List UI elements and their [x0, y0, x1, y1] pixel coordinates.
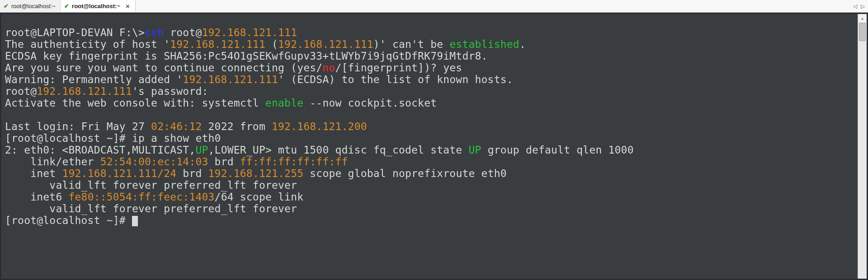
no-word: no [322, 62, 335, 74]
tab-label: root@localhost:~ [72, 3, 120, 9]
valid-lft-line: valid_lft forever preferred_lft forever [5, 203, 297, 215]
inet-line: inet [5, 168, 62, 179]
enable-word: enable [265, 97, 303, 109]
inet6-line: inet6 [5, 191, 68, 203]
check-icon: ✔ [64, 3, 69, 9]
terminal-window: root@LAPTOP-DEVAN F:\>ssh root@192.168.1… [0, 13, 868, 280]
next-tab-button[interactable]: ▷ [859, 3, 866, 9]
auth-line: The authenticity of host ' [5, 38, 170, 50]
auth-ip: 192.168.121.111 [170, 38, 265, 50]
activate-line: Activate the web console with: systemctl [5, 97, 265, 109]
password-line: root@ [5, 85, 37, 97]
terminal-output[interactable]: root@LAPTOP-DEVAN F:\>ssh root@192.168.1… [1, 14, 858, 279]
prompt-remote: [root@localhost ~]# ip a show eth0 [5, 132, 221, 144]
prompt-local: root@LAPTOP-DEVAN F:\> [5, 27, 145, 38]
close-icon[interactable]: × [125, 3, 131, 9]
ssh-target-ip: 192.168.121.111 [202, 27, 297, 38]
warning-line: Warning: Permanently added ' [5, 74, 183, 85]
cursor-block [132, 216, 138, 226]
valid-lft-line: valid_lft forever preferred_lft forever [5, 179, 297, 191]
ssh-command: ssh [145, 27, 164, 38]
check-icon: ✔ [4, 3, 9, 9]
tab-bar: ✔ root@localhost:~ ✔ root@localhost:~ × … [0, 0, 868, 13]
link-line: link/ether [5, 156, 100, 168]
prev-tab-button[interactable]: ◁ [852, 3, 859, 9]
scroll-thumb[interactable] [859, 23, 866, 41]
last-login-line: Last login: Fri May 27 [5, 121, 151, 132]
established-word: established [449, 38, 519, 50]
confirm-line: Are you sure you want to continue connec… [5, 62, 322, 74]
tab-nav-arrows: ◁ ▷ [852, 0, 866, 12]
iface-line: 2: eth0: <BROADCAST,MULTICAST, [5, 144, 195, 156]
tab-inactive[interactable]: ✔ root@localhost:~ [0, 0, 61, 12]
ssh-arg-prefix: root@ [164, 27, 202, 38]
scrollbar[interactable]: ▴ [858, 14, 867, 279]
scroll-up-icon[interactable]: ▴ [858, 14, 867, 23]
tab-label: root@localhost:~ [11, 3, 56, 9]
prompt-remote-empty: [root@localhost ~]# [5, 215, 132, 226]
tab-active[interactable]: ✔ root@localhost:~ × [61, 0, 136, 12]
fingerprint-line: ECDSA key fingerprint is SHA256:Pc54O1gS… [5, 50, 488, 62]
